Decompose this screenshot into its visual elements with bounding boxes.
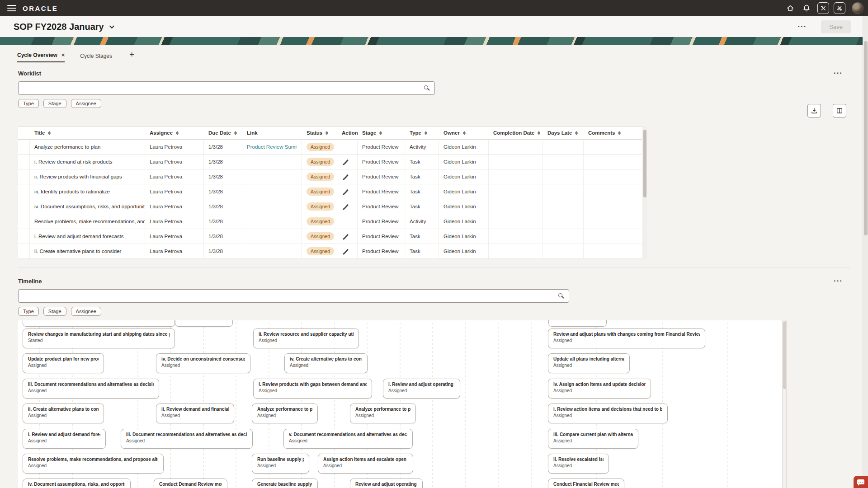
save-button[interactable]: Save <box>821 20 851 33</box>
timeline-card[interactable]: Review and adjust operating planAssigned <box>350 479 423 488</box>
download-button[interactable] <box>807 104 821 117</box>
timeline-card[interactable]: Review and adjust plans with changes com… <box>548 328 705 348</box>
timeline-card[interactable]: i. Review and adjust demand forecastsAss… <box>23 429 106 449</box>
tl-filter-chip-type[interactable]: Type <box>18 307 39 316</box>
timeline-card[interactable]: Run baseline supply planAssigned <box>252 454 309 474</box>
column-header-title[interactable]: Title <box>30 127 145 139</box>
edit-pencil-icon[interactable] <box>344 174 349 179</box>
link-product-review-summary[interactable]: Product Review Summary <box>247 144 297 150</box>
timeline-card[interactable]: iii. Document recommendations and altern… <box>23 379 159 399</box>
column-header-assignee[interactable]: Assignee <box>145 127 204 139</box>
edit-pencil-icon[interactable] <box>344 204 349 209</box>
timeline-card[interactable]: ii. Create alternative plans to consider… <box>23 404 104 423</box>
column-header-status[interactable]: Status <box>302 127 337 139</box>
timeline-card[interactable]: i. Review products with gaps between dem… <box>253 379 372 399</box>
column-header-stage[interactable]: Stage <box>358 127 405 139</box>
column-header-link[interactable]: Link <box>242 127 302 139</box>
timeline-card[interactable]: Assign action items and escalate open is… <box>318 454 413 474</box>
tl-filter-chip-stage[interactable]: Stage <box>43 307 66 316</box>
sort-icon[interactable] <box>425 131 427 135</box>
timeline-card[interactable]: i. Review action items and decisions tha… <box>548 404 668 423</box>
wl-filter-chip-type[interactable]: Type <box>18 99 39 108</box>
timeline-card[interactable] <box>548 320 607 327</box>
menu-icon[interactable] <box>7 5 16 11</box>
timeline-card[interactable]: Resolve problems, make recommendations, … <box>23 454 164 474</box>
timeline-card[interactable]: iii. Document recommendations and altern… <box>121 429 253 449</box>
chat-button[interactable] <box>854 476 868 488</box>
column-header-comments[interactable]: Comments <box>584 127 638 139</box>
user-avatar[interactable] <box>852 2 863 14</box>
edit-pencil-icon[interactable] <box>344 234 349 239</box>
sort-icon[interactable] <box>326 131 328 135</box>
search-icon[interactable] <box>558 293 562 297</box>
timeline-card[interactable]: iv. Create alternative plans to consider… <box>284 353 368 373</box>
manage-columns-button[interactable] <box>833 104 846 117</box>
table-row[interactable]: ii. Create alternative plans to consider… <box>18 244 642 259</box>
search-icon[interactable] <box>424 85 428 89</box>
worklist-search-input[interactable] <box>19 82 434 94</box>
timeline-card[interactable]: Conduct Financial Review meetingAssigned <box>548 479 624 488</box>
column-header-action[interactable]: Action <box>337 127 358 139</box>
timeline-card[interactable] <box>175 320 233 327</box>
timeline-card[interactable]: ii. Resolve escalated issuesAssigned <box>548 454 609 474</box>
table-row[interactable]: Analyze performance to planLaura Petrova… <box>18 140 642 155</box>
page-more-icon[interactable] <box>795 22 809 31</box>
timeline-card[interactable]: v. Document recommendations and alternat… <box>283 429 413 449</box>
timeline-card[interactable]: ii. Review resource and supplier capacit… <box>253 328 359 348</box>
timeline-card[interactable]: iv. Assign action items and update decis… <box>548 379 651 399</box>
timeline-card[interactable]: ii. Review demand and financial gapsAssi… <box>156 404 234 423</box>
wl-filter-chip-stage[interactable]: Stage <box>43 99 66 108</box>
home-icon[interactable] <box>784 2 797 14</box>
timeline-card[interactable]: Update all plans including alternativesA… <box>548 353 630 373</box>
worklist-more-icon[interactable] <box>831 69 845 78</box>
column-header-completion-date[interactable]: Completion Date <box>489 127 543 139</box>
close-icon[interactable]: × <box>61 52 65 58</box>
column-header-type[interactable]: Type <box>405 127 439 139</box>
chevron-down-icon[interactable] <box>109 23 114 28</box>
timeline-scrollbar[interactable] <box>782 320 786 488</box>
column-header-due-date[interactable]: Due Date <box>204 127 242 139</box>
sort-icon[interactable] <box>379 131 382 135</box>
scissors-icon[interactable] <box>834 2 845 14</box>
table-row[interactable]: i. Review and adjust demand forecastsLau… <box>18 229 642 244</box>
table-row[interactable]: Resolve problems, make recommendations, … <box>18 214 642 229</box>
timeline-card[interactable]: iv. Document assumptions, risks, and opp… <box>23 479 131 488</box>
tl-filter-chip-assignee[interactable]: Assignee <box>71 307 101 316</box>
boxed-x-tool-icon[interactable] <box>817 2 829 14</box>
timeline-card[interactable]: Review changes in manufacturing start an… <box>23 328 175 348</box>
table-row[interactable]: ii. Review products with financial gapsL… <box>18 169 642 184</box>
timeline-card[interactable] <box>23 320 175 327</box>
wl-filter-chip-assignee[interactable]: Assignee <box>71 99 101 108</box>
column-header-days-late[interactable]: Days Late <box>543 127 584 139</box>
timeline-card[interactable]: Analyze performance to planAssigned <box>252 404 318 423</box>
page-scrollbar[interactable] <box>863 16 868 488</box>
sort-icon[interactable] <box>575 131 578 135</box>
sort-icon[interactable] <box>48 131 51 135</box>
notifications-bell-icon[interactable] <box>800 2 813 14</box>
worklist-scrollbar[interactable] <box>643 126 647 259</box>
column-header-owner[interactable]: Owner <box>439 127 489 139</box>
edit-pencil-icon[interactable] <box>344 189 349 194</box>
timeline-card[interactable]: Analyze performance to planAssigned <box>350 404 416 423</box>
sort-icon[interactable] <box>234 131 237 135</box>
edit-pencil-icon[interactable] <box>344 159 349 164</box>
timeline-card[interactable]: iv. Decide on unconstrained consensus fo… <box>156 353 250 373</box>
sort-icon[interactable] <box>463 131 466 135</box>
table-row[interactable]: iii. Identify products to rationalizeLau… <box>18 184 642 199</box>
timeline-card[interactable]: Update product plan for new productsAssi… <box>23 353 104 373</box>
sort-icon[interactable] <box>538 131 540 135</box>
sort-icon[interactable] <box>176 131 179 135</box>
timeline-card[interactable]: Generate baseline supply planAssigned <box>252 479 318 488</box>
timeline-card[interactable]: i. Review and adjust operating planAssig… <box>383 379 460 399</box>
tab-cycle-overview[interactable]: Cycle Overview× <box>17 52 65 62</box>
timeline-more-icon[interactable] <box>831 277 845 286</box>
edit-pencil-icon[interactable] <box>344 249 349 254</box>
timeline-card[interactable]: Conduct Demand Review meetingAssigned <box>154 479 227 488</box>
sort-icon[interactable] <box>618 131 621 135</box>
timeline-search-input[interactable] <box>19 290 569 302</box>
tab-cycle-stages[interactable]: Cycle Stages <box>80 53 112 62</box>
add-tab-button[interactable]: + <box>127 50 136 62</box>
table-row[interactable]: i. Review demand at risk productsLaura P… <box>18 155 642 169</box>
table-row[interactable]: iv. Document assumptions, risks, and opp… <box>18 199 642 214</box>
timeline-card[interactable]: iii. Compare current plan with alternati… <box>548 429 638 449</box>
